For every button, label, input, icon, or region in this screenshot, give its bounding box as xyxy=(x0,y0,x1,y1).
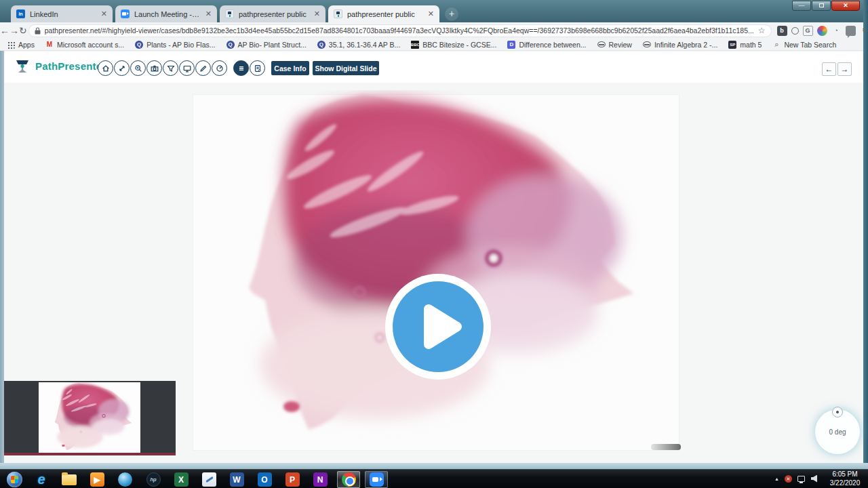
next-slide-button[interactable]: → xyxy=(837,62,852,76)
slide-list-button[interactable] xyxy=(233,60,249,76)
bookmark-item[interactable]: DDifference between... xyxy=(507,41,586,49)
extension-icon[interactable]: ◔ xyxy=(831,26,842,36)
apps-grid-icon xyxy=(7,41,15,49)
tab-linkedin[interactable]: in LinkedIn ✕ xyxy=(11,5,113,22)
slide-thumbnail[interactable] xyxy=(39,382,140,453)
taskbar-word[interactable]: W xyxy=(225,471,248,488)
rotation-value: 0 deg xyxy=(829,428,846,436)
extension-icon[interactable]: G xyxy=(803,26,813,36)
bookmark-item[interactable]: QPlants - AP Bio Flas... xyxy=(135,41,215,49)
excel-icon: X xyxy=(174,472,189,487)
filter-button[interactable] xyxy=(163,60,178,76)
bookmark-label: 35.1, 36.1-36.4 AP B... xyxy=(329,41,400,49)
taskbar-outlook[interactable]: O xyxy=(253,471,276,488)
action-center-icon[interactable]: ✕ xyxy=(785,475,792,483)
brand[interactable]: PathPresenter xyxy=(14,57,106,75)
taskbar-chrome-active[interactable] xyxy=(337,471,360,488)
taskbar-excel[interactable]: X xyxy=(170,471,193,488)
tab-close-icon[interactable]: ✕ xyxy=(314,9,320,18)
rotation-handle[interactable] xyxy=(832,407,843,418)
network-icon[interactable] xyxy=(797,476,805,482)
new-tab-button[interactable]: + xyxy=(445,7,458,21)
report-button[interactable] xyxy=(250,60,265,76)
tab-close-icon[interactable]: ✕ xyxy=(205,9,212,18)
word-icon: W xyxy=(230,472,244,487)
slide-viewer[interactable]: 0 deg xyxy=(4,83,863,463)
bookmark-item[interactable]: Review xyxy=(597,41,632,49)
annotate-button[interactable] xyxy=(195,60,211,76)
maximize-icon xyxy=(819,3,824,7)
bookmark-item[interactable]: SPmath 5 xyxy=(728,41,762,49)
taskbar-onenote[interactable]: N xyxy=(309,471,332,488)
bookmark-item[interactable]: MMicrosoft account s... xyxy=(45,41,124,49)
tab-label: Launch Meeting - Zoom xyxy=(134,10,201,18)
taskbar-snipping-tool[interactable] xyxy=(197,471,220,488)
present-button[interactable] xyxy=(179,60,195,76)
tab-close-icon[interactable]: ✕ xyxy=(428,9,434,18)
zoom-button[interactable] xyxy=(130,60,146,76)
show-digital-slide-button[interactable]: Show Digital Slide xyxy=(313,61,379,75)
bookmark-label: Infinite Algebra 2 -... xyxy=(654,41,717,49)
quizlet-icon: Q xyxy=(226,41,235,49)
extension-icon[interactable]: b xyxy=(777,26,787,36)
extension-icon[interactable]: ↻ xyxy=(860,26,868,36)
pathology-slide-image[interactable] xyxy=(192,90,653,443)
extension-icon[interactable] xyxy=(791,27,799,35)
video-play-button[interactable] xyxy=(385,274,491,380)
extensions-row: b G ◔ ↻ xyxy=(777,26,868,36)
taskbar-hp-app[interactable]: hp xyxy=(142,471,165,488)
close-window-button[interactable]: ✕ xyxy=(831,1,860,11)
start-button[interactable] xyxy=(3,471,26,488)
new-tab-search[interactable]: ⌕New Tab Search xyxy=(772,41,836,49)
snapshot-button[interactable] xyxy=(146,60,162,76)
taskbar-media-center[interactable] xyxy=(113,471,136,488)
minimize-window-button[interactable]: — xyxy=(792,1,811,11)
magnifier-plus-icon xyxy=(134,64,143,73)
previous-slide-button[interactable]: ← xyxy=(822,62,836,76)
extension-icon[interactable] xyxy=(817,26,827,36)
speaker-icon[interactable] xyxy=(811,475,817,483)
filter-funnel-icon xyxy=(166,64,176,73)
internet-explorer-icon: e xyxy=(37,472,45,487)
case-info-button[interactable]: Case Info xyxy=(271,61,309,75)
tray-expand-icon[interactable]: ▲ xyxy=(774,476,779,481)
home-button[interactable] xyxy=(98,60,113,76)
bookmark-item[interactable]: BBCBBC Bitesize - GCSE... xyxy=(411,41,496,49)
pathpresenter-favicon-icon xyxy=(334,9,342,18)
bookmark-item[interactable]: Q35.1, 36.1-36.4 AP B... xyxy=(317,41,400,49)
brand-name: PathPresenter xyxy=(35,60,106,72)
bookmark-label: Apps xyxy=(18,41,35,49)
forward-button[interactable]: → xyxy=(9,25,19,36)
bookmark-item[interactable]: QAP Bio- Plant Struct... xyxy=(226,41,307,49)
taskbar-powerpoint[interactable]: P xyxy=(281,471,304,488)
tab-pathpresenter-2-active[interactable]: pathpresenter public ✕ xyxy=(328,5,439,22)
pan-button[interactable] xyxy=(114,60,130,76)
url-text: pathpresenter.net/#/highyield-viewer/cas… xyxy=(45,26,754,35)
sp-icon: SP xyxy=(728,41,736,49)
reload-button[interactable]: ↻ xyxy=(19,25,27,36)
zoom-app-icon xyxy=(370,472,384,487)
maximize-window-button[interactable] xyxy=(812,1,831,11)
tab-zoom-meeting[interactable]: Launch Meeting - Zoom ✕ xyxy=(115,5,217,22)
taskbar-zoom-active[interactable] xyxy=(365,471,388,488)
taskbar-internet-explorer[interactable]: e xyxy=(30,471,53,488)
bookmark-item[interactable]: Infinite Algebra 2 -... xyxy=(643,41,717,49)
hp-icon: hp xyxy=(146,472,161,487)
tab-close-icon[interactable]: ✕ xyxy=(101,9,107,18)
back-button[interactable]: ← xyxy=(0,25,9,36)
extension-icon[interactable] xyxy=(846,26,856,36)
rotate-button[interactable] xyxy=(212,60,227,76)
tab-pathpresenter-1[interactable]: pathpresenter public ✕ xyxy=(220,5,326,22)
bookmark-star-icon[interactable]: ☆ xyxy=(758,26,766,35)
play-icon xyxy=(385,274,491,380)
apps-shortcut[interactable]: Apps xyxy=(7,41,35,49)
quizlet-icon: Q xyxy=(135,41,143,49)
taskbar-clock[interactable]: 6:05 PM 3/22/2020 xyxy=(823,470,867,487)
globe-icon xyxy=(643,41,651,47)
slide-overview-panel[interactable] xyxy=(4,381,176,455)
window-controls: — ✕ xyxy=(791,1,860,11)
taskbar-media-player[interactable]: ▶ xyxy=(85,471,108,488)
address-bar[interactable]: pathpresenter.net/#/highyield-viewer/cas… xyxy=(28,24,772,37)
diagonal-resize-icon xyxy=(117,64,127,73)
taskbar-file-explorer[interactable] xyxy=(58,471,81,488)
